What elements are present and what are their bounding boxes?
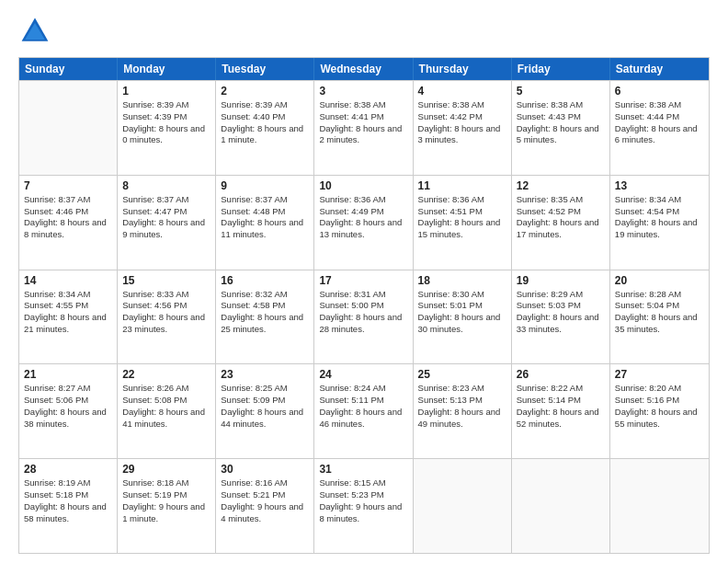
day-number: 26 xyxy=(517,368,605,381)
cal-cell-r0c2: 2Sunrise: 8:39 AM Sunset: 4:40 PM Daylig… xyxy=(216,81,314,175)
cell-info: Sunrise: 8:36 AM Sunset: 4:49 PM Dayligh… xyxy=(319,194,407,241)
day-number: 29 xyxy=(122,463,210,476)
cal-cell-r2c0: 14Sunrise: 8:34 AM Sunset: 4:55 PM Dayli… xyxy=(19,270,118,364)
cell-info: Sunrise: 8:22 AM Sunset: 5:14 PM Dayligh… xyxy=(517,383,605,430)
cal-cell-r0c6: 6Sunrise: 8:38 AM Sunset: 4:44 PM Daylig… xyxy=(610,81,709,175)
cal-cell-r3c2: 23Sunrise: 8:25 AM Sunset: 5:09 PM Dayli… xyxy=(216,364,314,458)
cal-cell-r1c4: 11Sunrise: 8:36 AM Sunset: 4:51 PM Dayli… xyxy=(414,176,512,270)
header xyxy=(18,15,710,48)
day-number: 6 xyxy=(615,85,704,98)
cal-cell-r0c4: 4Sunrise: 8:38 AM Sunset: 4:42 PM Daylig… xyxy=(414,81,512,175)
cal-cell-r3c1: 22Sunrise: 8:26 AM Sunset: 5:08 PM Dayli… xyxy=(118,364,216,458)
cal-header-day: Monday xyxy=(118,58,216,80)
cal-cell-r1c2: 9Sunrise: 8:37 AM Sunset: 4:48 PM Daylig… xyxy=(216,176,314,270)
cal-cell-r1c3: 10Sunrise: 8:36 AM Sunset: 4:49 PM Dayli… xyxy=(314,176,413,270)
cell-info: Sunrise: 8:38 AM Sunset: 4:43 PM Dayligh… xyxy=(517,99,605,146)
day-number: 28 xyxy=(24,463,112,476)
day-number: 2 xyxy=(221,85,309,98)
day-number: 22 xyxy=(122,368,210,381)
cal-cell-r4c3: 31Sunrise: 8:15 AM Sunset: 5:23 PM Dayli… xyxy=(314,459,413,553)
cal-cell-r4c0: 28Sunrise: 8:19 AM Sunset: 5:18 PM Dayli… xyxy=(19,459,118,553)
cell-info: Sunrise: 8:34 AM Sunset: 4:54 PM Dayligh… xyxy=(615,194,704,241)
calendar: SundayMondayTuesdayWednesdayThursdayFrid… xyxy=(18,57,710,554)
cell-info: Sunrise: 8:26 AM Sunset: 5:08 PM Dayligh… xyxy=(122,383,210,430)
calendar-header: SundayMondayTuesdayWednesdayThursdayFrid… xyxy=(19,58,709,80)
cell-info: Sunrise: 8:39 AM Sunset: 4:40 PM Dayligh… xyxy=(221,99,309,146)
cell-info: Sunrise: 8:32 AM Sunset: 4:58 PM Dayligh… xyxy=(221,289,309,336)
cal-cell-r3c4: 25Sunrise: 8:23 AM Sunset: 5:13 PM Dayli… xyxy=(414,364,512,458)
day-number: 31 xyxy=(319,463,407,476)
cal-cell-r1c5: 12Sunrise: 8:35 AM Sunset: 4:52 PM Dayli… xyxy=(512,176,610,270)
cal-header-day: Tuesday xyxy=(216,58,314,80)
cal-cell-r2c1: 15Sunrise: 8:33 AM Sunset: 4:56 PM Dayli… xyxy=(118,270,216,364)
cal-cell-r2c5: 19Sunrise: 8:29 AM Sunset: 5:03 PM Dayli… xyxy=(512,270,610,364)
cell-info: Sunrise: 8:30 AM Sunset: 5:01 PM Dayligh… xyxy=(418,289,506,336)
cal-cell-r0c1: 1Sunrise: 8:39 AM Sunset: 4:39 PM Daylig… xyxy=(118,81,216,175)
cell-info: Sunrise: 8:27 AM Sunset: 5:06 PM Dayligh… xyxy=(24,383,112,430)
day-number: 23 xyxy=(221,368,309,381)
cell-info: Sunrise: 8:28 AM Sunset: 5:04 PM Dayligh… xyxy=(615,289,704,336)
cell-info: Sunrise: 8:16 AM Sunset: 5:21 PM Dayligh… xyxy=(221,477,309,524)
day-number: 11 xyxy=(418,179,506,192)
day-number: 12 xyxy=(517,179,605,192)
day-number: 18 xyxy=(418,274,506,287)
day-number: 8 xyxy=(122,179,210,192)
cell-info: Sunrise: 8:19 AM Sunset: 5:18 PM Dayligh… xyxy=(24,477,112,524)
cell-info: Sunrise: 8:33 AM Sunset: 4:56 PM Dayligh… xyxy=(122,289,210,336)
cal-header-day: Sunday xyxy=(19,58,118,80)
cell-info: Sunrise: 8:24 AM Sunset: 5:11 PM Dayligh… xyxy=(319,383,407,430)
cell-info: Sunrise: 8:29 AM Sunset: 5:03 PM Dayligh… xyxy=(517,289,605,336)
cal-cell-r4c2: 30Sunrise: 8:16 AM Sunset: 5:21 PM Dayli… xyxy=(216,459,314,553)
day-number: 3 xyxy=(319,85,407,98)
calendar-row-3: 21Sunrise: 8:27 AM Sunset: 5:06 PM Dayli… xyxy=(19,363,709,458)
cal-cell-r3c6: 27Sunrise: 8:20 AM Sunset: 5:16 PM Dayli… xyxy=(610,364,709,458)
calendar-body: 1Sunrise: 8:39 AM Sunset: 4:39 PM Daylig… xyxy=(19,80,709,553)
day-number: 17 xyxy=(319,274,407,287)
cell-info: Sunrise: 8:18 AM Sunset: 5:19 PM Dayligh… xyxy=(122,477,210,524)
day-number: 1 xyxy=(122,85,210,98)
day-number: 24 xyxy=(319,368,407,381)
logo xyxy=(18,15,55,48)
calendar-row-2: 14Sunrise: 8:34 AM Sunset: 4:55 PM Dayli… xyxy=(19,270,709,364)
cal-cell-r1c0: 7Sunrise: 8:37 AM Sunset: 4:46 PM Daylig… xyxy=(19,176,118,270)
day-number: 15 xyxy=(122,274,210,287)
day-number: 9 xyxy=(221,179,309,192)
cell-info: Sunrise: 8:37 AM Sunset: 4:46 PM Dayligh… xyxy=(24,194,112,241)
cell-info: Sunrise: 8:38 AM Sunset: 4:41 PM Dayligh… xyxy=(319,99,407,146)
cal-cell-r0c3: 3Sunrise: 8:38 AM Sunset: 4:41 PM Daylig… xyxy=(314,81,413,175)
day-number: 25 xyxy=(418,368,506,381)
calendar-row-1: 7Sunrise: 8:37 AM Sunset: 4:46 PM Daylig… xyxy=(19,175,709,270)
page: SundayMondayTuesdayWednesdayThursdayFrid… xyxy=(0,0,728,563)
logo-icon xyxy=(18,15,51,48)
cal-cell-r0c0 xyxy=(19,81,118,175)
day-number: 30 xyxy=(221,463,309,476)
cell-info: Sunrise: 8:23 AM Sunset: 5:13 PM Dayligh… xyxy=(418,383,506,430)
cal-header-day: Saturday xyxy=(610,58,709,80)
day-number: 7 xyxy=(24,179,112,192)
cal-header-day: Thursday xyxy=(414,58,512,80)
cal-cell-r1c1: 8Sunrise: 8:37 AM Sunset: 4:47 PM Daylig… xyxy=(118,176,216,270)
day-number: 5 xyxy=(517,85,605,98)
cell-info: Sunrise: 8:25 AM Sunset: 5:09 PM Dayligh… xyxy=(221,383,309,430)
cal-header-day: Wednesday xyxy=(314,58,413,80)
cell-info: Sunrise: 8:35 AM Sunset: 4:52 PM Dayligh… xyxy=(517,194,605,241)
day-number: 14 xyxy=(24,274,112,287)
cal-cell-r4c5 xyxy=(512,459,610,553)
cal-cell-r0c5: 5Sunrise: 8:38 AM Sunset: 4:43 PM Daylig… xyxy=(512,81,610,175)
cell-info: Sunrise: 8:36 AM Sunset: 4:51 PM Dayligh… xyxy=(418,194,506,241)
cal-cell-r2c2: 16Sunrise: 8:32 AM Sunset: 4:58 PM Dayli… xyxy=(216,270,314,364)
cal-cell-r4c6 xyxy=(610,459,709,553)
cal-cell-r2c3: 17Sunrise: 8:31 AM Sunset: 5:00 PM Dayli… xyxy=(314,270,413,364)
calendar-row-0: 1Sunrise: 8:39 AM Sunset: 4:39 PM Daylig… xyxy=(19,80,709,175)
cell-info: Sunrise: 8:38 AM Sunset: 4:42 PM Dayligh… xyxy=(418,99,506,146)
cell-info: Sunrise: 8:31 AM Sunset: 5:00 PM Dayligh… xyxy=(319,289,407,336)
cell-info: Sunrise: 8:38 AM Sunset: 4:44 PM Dayligh… xyxy=(615,99,704,146)
cal-cell-r4c1: 29Sunrise: 8:18 AM Sunset: 5:19 PM Dayli… xyxy=(118,459,216,553)
day-number: 10 xyxy=(319,179,407,192)
cell-info: Sunrise: 8:34 AM Sunset: 4:55 PM Dayligh… xyxy=(24,289,112,336)
cal-cell-r4c4 xyxy=(414,459,512,553)
day-number: 21 xyxy=(24,368,112,381)
cal-cell-r3c3: 24Sunrise: 8:24 AM Sunset: 5:11 PM Dayli… xyxy=(314,364,413,458)
day-number: 16 xyxy=(221,274,309,287)
cell-info: Sunrise: 8:15 AM Sunset: 5:23 PM Dayligh… xyxy=(319,477,407,524)
